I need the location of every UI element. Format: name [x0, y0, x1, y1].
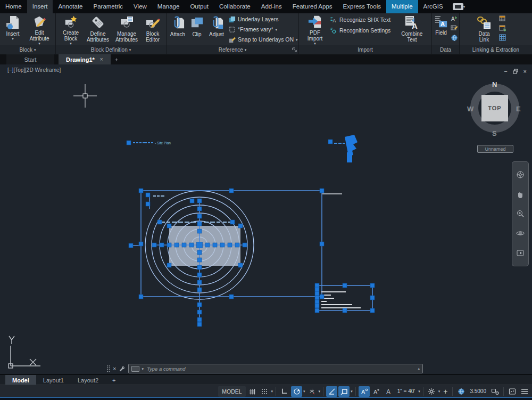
grip[interactable] — [230, 220, 235, 224]
pdf-import-button[interactable]: PDF Import ▾ — [303, 13, 327, 45]
grip[interactable] — [197, 222, 202, 226]
orbit-icon[interactable] — [516, 229, 525, 238]
command-prompt-icon[interactable] — [131, 366, 139, 372]
menu-tab-arcgis[interactable]: ArcGIS — [418, 0, 448, 13]
grip[interactable] — [129, 243, 133, 248]
snap-to-underlays-button[interactable]: Snap to Underlays ON ▾ — [229, 35, 298, 44]
data-link-button[interactable]: Data Link — [473, 13, 495, 45]
field-settings-icon[interactable] — [451, 25, 458, 32]
grip[interactable] — [189, 243, 194, 247]
grip[interactable] — [146, 193, 150, 197]
menu-tab-manage[interactable]: Manage — [152, 0, 185, 13]
customization-button[interactable] — [519, 386, 530, 397]
panel-launcher-icon[interactable] — [292, 47, 297, 52]
grip[interactable] — [139, 242, 143, 246]
pan-hand-icon[interactable] — [516, 190, 525, 199]
grip[interactable] — [197, 265, 202, 270]
grip[interactable] — [197, 317, 202, 322]
zoom-icon[interactable] — [516, 209, 525, 218]
grip[interactable] — [235, 243, 239, 247]
upload-to-source-icon[interactable] — [499, 25, 506, 32]
grip[interactable] — [220, 243, 225, 247]
recent-commands-caret-icon[interactable]: ▾ — [142, 367, 144, 371]
field-button[interactable]: A Field — [433, 13, 449, 45]
grip[interactable] — [197, 207, 202, 211]
isometric-drafting-toggle[interactable] — [306, 386, 318, 397]
block-editor-button[interactable]: Block Editor — [142, 13, 163, 45]
grip[interactable] — [197, 258, 202, 262]
viewcube-west[interactable]: W — [467, 105, 473, 113]
grip[interactable] — [197, 303, 202, 307]
grip[interactable] — [197, 199, 202, 203]
workspace-caret-icon[interactable]: ▾ — [438, 389, 440, 393]
create-block-button[interactable]: Create Block ▾ — [59, 13, 83, 45]
annotation-visibility-toggle[interactable]: A — [359, 386, 370, 397]
command-expand-icon[interactable]: ▴ — [418, 366, 420, 371]
menu-tab-addins[interactable]: Add-ins — [256, 0, 287, 13]
grip[interactable] — [328, 140, 332, 144]
grip[interactable] — [243, 243, 247, 247]
panel-title-block[interactable]: Block▾ — [0, 45, 55, 54]
grip[interactable] — [197, 322, 202, 326]
close-tab-icon[interactable]: × — [100, 56, 103, 62]
annotation-scale-icon-button[interactable]: A — [383, 386, 394, 397]
geographic-data-icon[interactable] — [451, 34, 458, 42]
new-layout-button[interactable]: + — [105, 375, 122, 385]
grip[interactable] — [167, 263, 171, 267]
geolocation-button[interactable] — [455, 386, 467, 397]
attach-button[interactable]: Attach — [168, 13, 187, 45]
grip[interactable] — [197, 310, 202, 314]
grip[interactable] — [343, 283, 347, 288]
annotation-scale-value[interactable]: 1" = 40' — [395, 388, 418, 394]
polar-caret-icon[interactable]: ▾ — [303, 389, 305, 393]
layout-tab-layout2[interactable]: Layout2 — [71, 375, 105, 385]
layout-tab-layout1[interactable]: Layout1 — [36, 375, 71, 385]
grip[interactable] — [228, 243, 232, 247]
grip[interactable] — [167, 243, 171, 247]
menu-tab-home[interactable]: Home — [0, 0, 27, 13]
grip[interactable] — [197, 214, 202, 218]
menu-tab-view[interactable]: View — [128, 0, 152, 13]
insert-button[interactable]: Insert ▾ — [2, 13, 23, 45]
drawing-canvas[interactable]: [−][Top][2D Wireframe] − × — [0, 64, 532, 374]
grip[interactable] — [315, 304, 319, 308]
panel-title-block-definition[interactable]: Block Definition▾ — [56, 45, 166, 54]
grip[interactable] — [157, 220, 162, 224]
viewcube-north[interactable]: N — [492, 80, 497, 88]
ribbon-display-caret-icon[interactable]: ▾ — [463, 5, 466, 9]
grip[interactable] — [197, 229, 202, 233]
clip-button[interactable]: Clip — [189, 13, 204, 45]
grip[interactable] — [320, 242, 324, 246]
elevation-value[interactable]: 3.5000 — [468, 388, 488, 394]
recognition-settings-button[interactable]: Recognition Settings — [330, 26, 390, 35]
model-space-geometry[interactable]: - Site Plan — [0, 64, 532, 374]
grip[interactable] — [152, 243, 156, 247]
autoscale-toggle[interactable]: A — [371, 386, 382, 397]
manage-attributes-button[interactable]: Manage Attributes — [113, 13, 140, 45]
menu-tab-featured-apps[interactable]: Featured Apps — [287, 0, 338, 13]
grip[interactable] — [315, 308, 319, 313]
isolate-objects-button[interactable] — [489, 386, 501, 397]
grip[interactable] — [197, 280, 202, 284]
download-from-source-icon[interactable] — [499, 34, 506, 42]
combine-text-button[interactable]: A Combine Text — [398, 13, 426, 45]
panel-title-import[interactable]: Import — [299, 45, 431, 54]
north-arrow-block[interactable] — [345, 135, 358, 162]
grip[interactable] — [315, 291, 319, 296]
new-tab-button[interactable]: + — [111, 54, 122, 64]
menu-tab-output[interactable]: Output — [185, 0, 214, 13]
frames-vary-button[interactable]: *Frames vary* ▾ — [229, 25, 298, 34]
scale-caret-icon[interactable]: ▾ — [418, 389, 420, 393]
workspace-settings-button[interactable] — [426, 386, 437, 397]
grip[interactable] — [238, 224, 243, 228]
clean-screen-button[interactable] — [506, 386, 518, 397]
ucs-icon[interactable] — [9, 336, 40, 368]
viewcube-south[interactable]: S — [492, 129, 497, 137]
customize-wrench-icon[interactable] — [119, 365, 126, 372]
grip[interactable] — [139, 295, 143, 299]
grip[interactable] — [229, 295, 234, 299]
update-fields-icon[interactable]: A — [451, 15, 458, 22]
grip[interactable] — [343, 308, 347, 313]
grip[interactable] — [229, 189, 234, 193]
snap-caret-icon[interactable]: ▾ — [271, 389, 273, 393]
